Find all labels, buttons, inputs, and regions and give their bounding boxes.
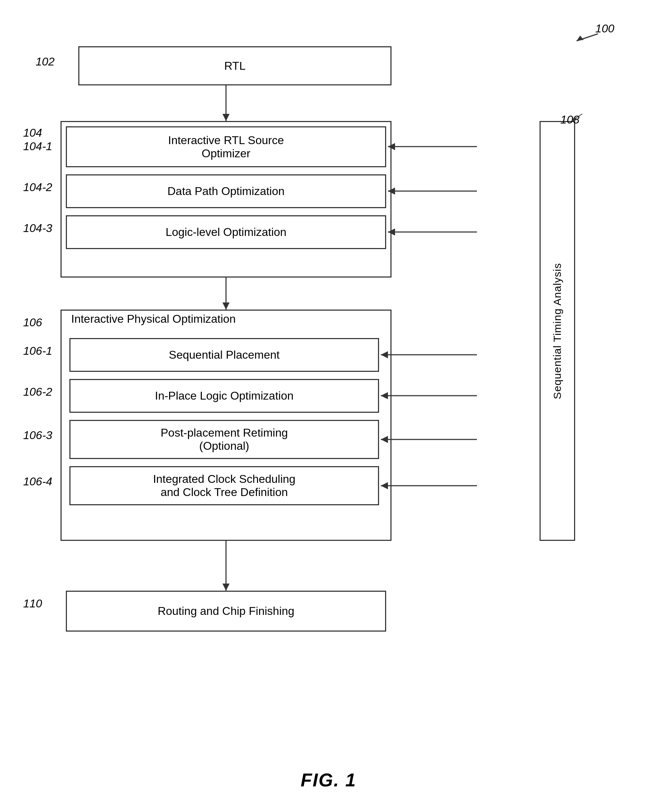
ref-104-3: 104-3 bbox=[23, 222, 52, 235]
box-108-label: Sequential Timing Analysis bbox=[551, 263, 564, 399]
box-110-label: Routing and Chip Finishing bbox=[158, 605, 294, 618]
ref-104-1: 104-1 bbox=[23, 140, 52, 153]
box-106-3-label: Post-placement Retiming(Optional) bbox=[160, 426, 288, 453]
box-104-2: Data Path Optimization bbox=[66, 174, 386, 208]
box-106-4: Integrated Clock Schedulingand Clock Tre… bbox=[69, 466, 379, 505]
ref-106-3: 106-3 bbox=[23, 429, 52, 442]
rtl-label: RTL bbox=[224, 59, 246, 73]
ref-106-4: 106-4 bbox=[23, 475, 52, 488]
box-106-1: Sequential Placement bbox=[69, 338, 379, 372]
group-106-label: Interactive Physical Optimization bbox=[66, 313, 386, 325]
ref-104-2: 104-2 bbox=[23, 181, 52, 194]
box-106-3: Post-placement Retiming(Optional) bbox=[69, 420, 379, 459]
diagram-container: 100 bbox=[0, 0, 657, 812]
box-106-2: In-Place Logic Optimization bbox=[69, 379, 379, 413]
svg-marker-7 bbox=[223, 583, 230, 591]
ref-108: 108 bbox=[560, 113, 579, 126]
box-110: Routing and Chip Finishing bbox=[66, 591, 386, 632]
box-106-2-label: In-Place Logic Optimization bbox=[155, 389, 294, 403]
figure-label: FIG. 1 bbox=[301, 769, 356, 791]
svg-marker-5 bbox=[223, 302, 230, 310]
box-108-text-container: Sequential Timing Analysis bbox=[540, 121, 575, 541]
box-104-2-label: Data Path Optimization bbox=[167, 185, 284, 198]
ref-106-1: 106-1 bbox=[23, 344, 52, 358]
ref-102: 102 bbox=[36, 55, 54, 68]
ref-106-2: 106-2 bbox=[23, 385, 52, 398]
svg-marker-1 bbox=[576, 36, 584, 41]
ref-104: 104 bbox=[23, 126, 42, 140]
box-104-3: Logic-level Optimization bbox=[66, 215, 386, 249]
box-104-1-label: Interactive RTL SourceOptimizer bbox=[168, 134, 284, 160]
box-106-4-label: Integrated Clock Schedulingand Clock Tre… bbox=[153, 473, 296, 499]
box-104-3-label: Logic-level Optimization bbox=[165, 226, 286, 239]
svg-marker-3 bbox=[223, 114, 230, 121]
box-106-1-label: Sequential Placement bbox=[169, 348, 279, 361]
ref-106: 106 bbox=[23, 316, 42, 329]
ref-100: 100 bbox=[595, 22, 614, 35]
box-104-1: Interactive RTL SourceOptimizer bbox=[66, 126, 386, 167]
rtl-box: RTL bbox=[78, 46, 391, 86]
svg-line-0 bbox=[576, 34, 598, 41]
ref-110: 110 bbox=[23, 597, 42, 610]
